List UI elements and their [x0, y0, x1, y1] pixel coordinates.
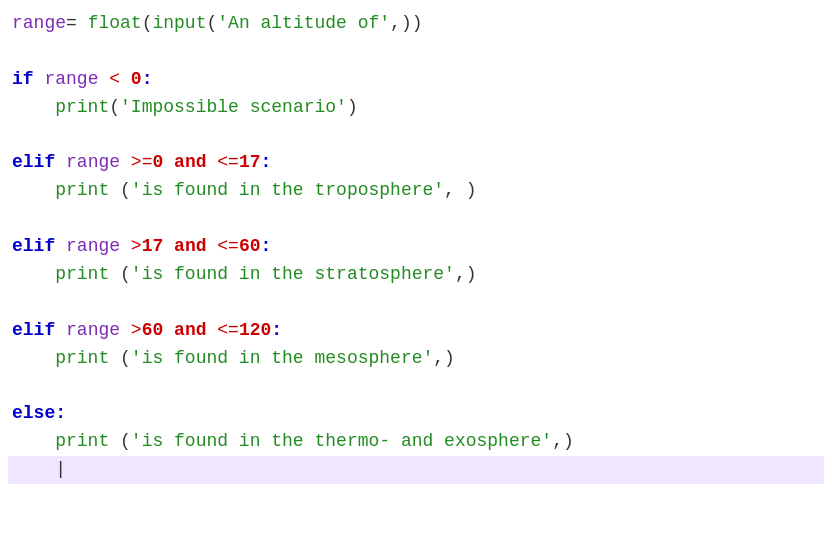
token-str-green: 'is found in the troposphere': [131, 180, 444, 200]
token-str-green: 'is found in the thermo- and exosphere': [131, 431, 552, 451]
token-plain: [12, 348, 55, 368]
token-var: range: [66, 236, 120, 256]
token-str-green: 'An altitude of': [217, 13, 390, 33]
token-kw-red: >: [120, 236, 142, 256]
code-editor[interactable]: range= float(input('An altitude of',))if…: [0, 0, 832, 544]
code-line: else:: [8, 400, 824, 428]
token-plain: (: [206, 13, 217, 33]
token-func: print: [55, 431, 109, 451]
token-func: print: [55, 264, 109, 284]
token-plain: (: [109, 431, 131, 451]
token-kw-blue: :: [261, 152, 272, 172]
token-plain: [12, 264, 55, 284]
token-plain: [12, 97, 55, 117]
empty-line: [8, 205, 824, 233]
code-line: elif range >17 and <=60:: [8, 233, 824, 261]
token-plain: (: [109, 348, 131, 368]
token-var: range: [44, 69, 98, 89]
code-line: |: [8, 456, 824, 484]
token-num: 17: [239, 152, 261, 172]
token-plain: ,): [433, 348, 455, 368]
code-line: range= float(input('An altitude of',)): [8, 10, 824, 38]
token-plain: ,): [552, 431, 574, 451]
token-plain: [12, 431, 55, 451]
empty-line: [8, 122, 824, 150]
token-plain: [12, 180, 55, 200]
token-kw-blue: elif: [12, 320, 55, 340]
token-plain: [55, 320, 66, 340]
token-kw-blue: :: [261, 236, 272, 256]
token-kw-blue: elif: [12, 152, 55, 172]
token-plain: [12, 459, 55, 479]
token-kw-blue: elif: [12, 236, 55, 256]
token-kw-blue: else: [12, 403, 55, 423]
token-plain: ,): [455, 264, 477, 284]
token-kw-blue: :: [142, 69, 153, 89]
token-plain: [55, 152, 66, 172]
token-var: range: [66, 152, 120, 172]
token-plain: [163, 320, 174, 340]
empty-line: [8, 38, 824, 66]
token-num: 60: [142, 320, 164, 340]
token-kw-red: <=: [206, 320, 238, 340]
token-kw-red: >: [120, 320, 142, 340]
token-plain: (: [109, 180, 131, 200]
token-kw-red: <: [98, 69, 130, 89]
token-plain: ): [347, 97, 358, 117]
token-func: float: [88, 13, 142, 33]
code-line: if range < 0:: [8, 66, 824, 94]
empty-line: [8, 289, 824, 317]
token-plain: , ): [444, 180, 476, 200]
token-and-kw: and: [174, 152, 206, 172]
token-num: 0: [152, 152, 163, 172]
token-plain: (: [142, 13, 153, 33]
empty-line: [8, 373, 824, 401]
token-func: print: [55, 348, 109, 368]
code-line: elif range >60 and <=120:: [8, 317, 824, 345]
token-num: 0: [131, 69, 142, 89]
code-line: print ('is found in the mesosphere',): [8, 345, 824, 373]
token-plain: =: [66, 13, 88, 33]
token-func: print: [55, 97, 109, 117]
token-kw-red: >=: [120, 152, 152, 172]
token-and-kw: and: [174, 236, 206, 256]
token-num: 120: [239, 320, 271, 340]
token-plain: (: [109, 97, 120, 117]
code-line: print('Impossible scenario'): [8, 94, 824, 122]
token-plain: [55, 236, 66, 256]
token-kw-red: <=: [206, 152, 238, 172]
code-line: print ('is found in the troposphere', ): [8, 177, 824, 205]
token-str-green: 'is found in the mesosphere': [131, 348, 433, 368]
token-num: 17: [142, 236, 164, 256]
token-str-green: 'is found in the stratosphere': [131, 264, 455, 284]
code-line: elif range >=0 and <=17:: [8, 149, 824, 177]
token-plain: (: [109, 264, 131, 284]
token-str-green: 'Impossible scenario': [120, 97, 347, 117]
code-line: print ('is found in the stratosphere',): [8, 261, 824, 289]
token-kw-blue: if: [12, 69, 34, 89]
token-plain: [163, 236, 174, 256]
token-and-kw: and: [174, 320, 206, 340]
token-kw-blue: :: [271, 320, 282, 340]
token-var: range: [66, 320, 120, 340]
token-plain: |: [55, 459, 66, 479]
code-line: print ('is found in the thermo- and exos…: [8, 428, 824, 456]
token-plain: [163, 152, 174, 172]
token-num: 60: [239, 236, 261, 256]
token-kw-red: <=: [206, 236, 238, 256]
token-var: range: [12, 13, 66, 33]
token-kw-blue: :: [55, 403, 66, 423]
token-plain: ,)): [390, 13, 422, 33]
token-func: print: [55, 180, 109, 200]
token-func: input: [152, 13, 206, 33]
token-plain: [34, 69, 45, 89]
